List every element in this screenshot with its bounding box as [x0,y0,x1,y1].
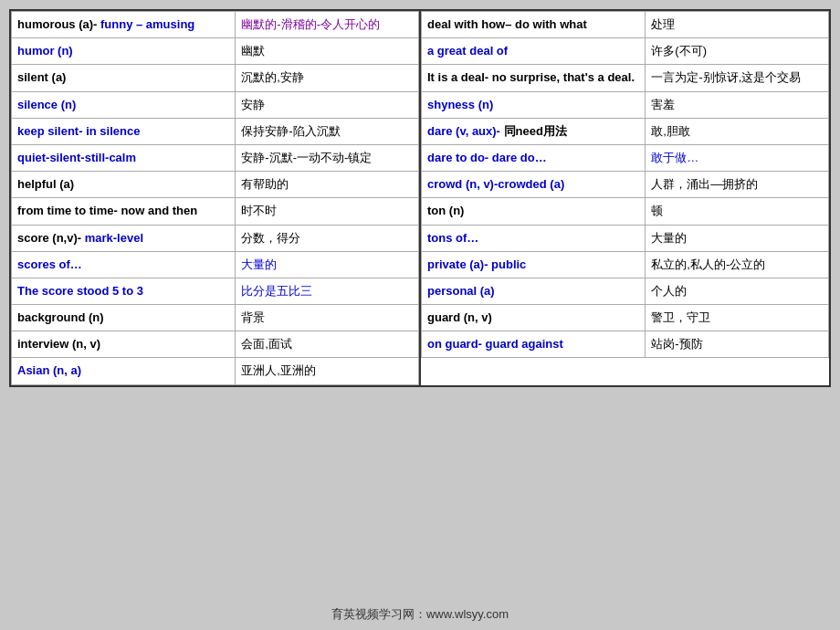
chinese-cell: 会面,面试 [236,331,419,358]
chinese-cell: 个人的 [646,278,829,304]
english-cell: personal (a) [422,278,646,304]
footer-text: 育英视频学习网：www.wlsyy.com [0,606,840,623]
chinese-cell: 沉默的,安静 [236,65,419,91]
chinese-cell: 安静-沉默-一动不动-镇定 [236,144,419,171]
english-cell: silence (n) [12,91,236,118]
english-cell: humorous (a)- funny – amusing [12,12,236,38]
english-cell: The score stood 5 to 3 [12,278,236,304]
left-table: humorous (a)- funny – amusing幽默的-滑稽的-令人开… [11,11,419,385]
page-wrapper: humorous (a)- funny – amusing幽默的-滑稽的-令人开… [0,0,840,630]
chinese-cell: 一言为定-别惊讶,这是个交易 [646,65,829,91]
english-cell: It is a deal- no surprise, that's a deal… [422,65,646,91]
right-table: deal with how– do with what处理a great dea… [421,11,829,358]
english-cell: shyness (n) [422,91,646,118]
chinese-cell: 警卫，守卫 [646,305,829,331]
english-cell: guard (n, v) [422,305,646,331]
chinese-cell: 幽默 [236,38,419,65]
english-cell: dare (v, aux)- 同need用法 [422,118,646,144]
chinese-cell: 顿 [646,198,829,225]
english-cell: tons of… [422,225,646,251]
chinese-cell: 比分是五比三 [236,278,419,304]
english-cell: background (n) [12,305,236,331]
english-cell: scores of… [12,251,236,278]
english-cell: from time to time- now and then [12,198,236,225]
chinese-cell: 大量的 [236,251,419,278]
chinese-cell: 敢,胆敢 [646,118,829,144]
english-cell: silent (a) [12,65,236,91]
english-cell: keep silent- in silence [12,118,236,144]
english-cell: quiet-silent-still-calm [12,144,236,171]
chinese-cell: 许多(不可) [646,38,829,65]
english-cell: on guard- guard against [422,331,646,358]
chinese-cell: 分数，得分 [236,225,419,251]
english-cell: dare to do- dare do… [422,144,646,171]
chinese-cell: 私立的,私人的-公立的 [646,251,829,278]
chinese-cell: 站岗-预防 [646,331,829,358]
chinese-cell: 大量的 [646,225,829,251]
english-cell: a great deal of [422,38,646,65]
english-cell: deal with how– do with what [422,12,646,38]
chinese-cell: 敢于做… [646,144,829,171]
chinese-cell: 处理 [646,12,829,38]
chinese-cell: 幽默的-滑稽的-令人开心的 [236,12,419,38]
chinese-cell: 害羞 [646,91,829,118]
right-half: deal with how– do with what处理a great dea… [421,11,829,385]
vocabulary-table: humorous (a)- funny – amusing幽默的-滑稽的-令人开… [9,9,831,387]
left-half: humorous (a)- funny – amusing幽默的-滑稽的-令人开… [11,11,421,385]
chinese-cell: 安静 [236,91,419,118]
chinese-cell: 亚洲人,亚洲的 [236,358,419,384]
chinese-cell: 时不时 [236,198,419,225]
english-cell: interview (n, v) [12,331,236,358]
chinese-cell: 有帮助的 [236,172,419,198]
chinese-cell: 人群，涌出—拥挤的 [646,172,829,198]
chinese-cell: 背景 [236,305,419,331]
english-cell: crowd (n, v)-crowded (a) [422,172,646,198]
english-cell: helpful (a) [12,172,236,198]
english-cell: private (a)- public [422,251,646,278]
english-cell: humor (n) [12,38,236,65]
english-cell: ton (n) [422,198,646,225]
english-cell: score (n,v)- mark-level [12,225,236,251]
english-cell: Asian (n, a) [12,358,236,384]
chinese-cell: 保持安静-陷入沉默 [236,118,419,144]
